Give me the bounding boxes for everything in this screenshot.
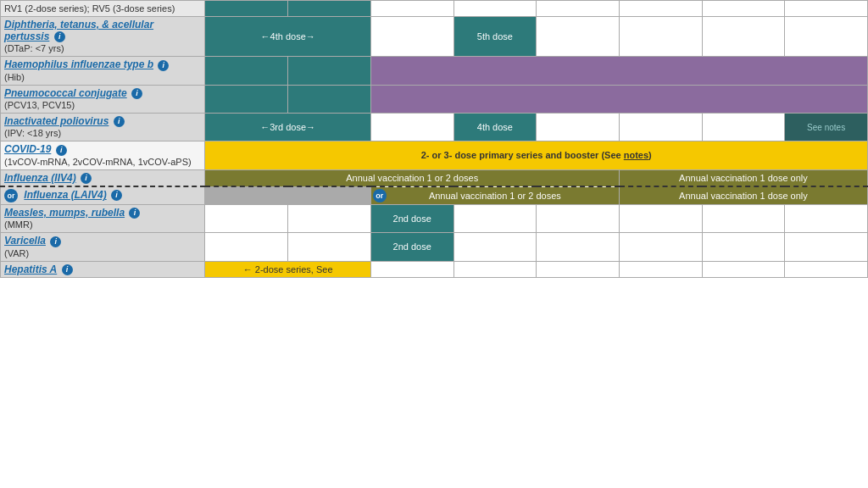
vaccine-sub-pcv: (PCV13, PCV15) [4, 100, 75, 110]
iiv4-annual1: Annual vaccination 1 or 2 doses [205, 169, 619, 186]
var-col5 [537, 233, 620, 261]
info-icon-dtap[interactable]: i [54, 31, 65, 42]
vaccine-cell-ipv: Inactivated poliovirus i (IPV: <18 yrs) [1, 113, 205, 141]
info-icon-mmr[interactable]: i [129, 208, 140, 219]
or-badge-laiv4: or [4, 189, 18, 202]
vaccine-cell-iiv4: Influenza (IIV4) i [1, 169, 205, 186]
row-covid: COVID-19 i (1vCOV-mRNA, 2vCOV-mRNA, 1vCO… [1, 141, 868, 169]
or-badge-mid: or [373, 189, 387, 202]
vaccine-sub-var: (VAR) [4, 248, 29, 258]
hepa-col5 [537, 261, 620, 277]
mmr-col2 [288, 204, 371, 232]
ipv-col4: 4th dose [453, 113, 537, 141]
pcv-col2 [288, 85, 371, 113]
vaccine-link-ipv[interactable]: Inactivated poliovirus [4, 115, 108, 127]
vaccine-link-var[interactable]: Varicella [4, 235, 46, 247]
ipv-col1: ←3rd dose→ [205, 113, 370, 141]
hepa-col6 [619, 261, 702, 277]
hepa-col3 [370, 261, 453, 277]
iiv4-annual2: Annual vaccination 1 dose only [619, 169, 867, 186]
vaccine-cell-hib: Haemophilus influenzae type b i (Hib) [1, 57, 205, 85]
dtap-col4: 5th dose [453, 17, 537, 57]
vaccine-cell-laiv4: or Influenza (LAIV4) i [1, 186, 205, 205]
hepa-col7 [702, 261, 785, 277]
rv-col5 [537, 1, 620, 17]
vaccine-sub-mmr: (MMR) [4, 219, 33, 230]
laiv4-col2 [288, 186, 371, 205]
var-col4 [453, 233, 537, 261]
hepa-col8 [785, 261, 868, 277]
info-icon-laiv4[interactable]: i [111, 190, 122, 201]
hib-col1 [205, 57, 288, 85]
vaccine-link-hepa[interactable]: Hepatitis A [4, 263, 57, 275]
info-icon-covid[interactable]: i [56, 145, 67, 156]
vaccine-link-iiv4[interactable]: Influenza (IIV4) [4, 172, 76, 184]
vaccine-cell-var: Varicella i (VAR) [1, 233, 205, 261]
rv-col2 [288, 1, 371, 17]
laiv4-annual2: Annual vaccination 1 dose only [619, 186, 867, 205]
rv-col6 [619, 1, 702, 17]
var-col7 [702, 233, 785, 261]
mmr-dose2: 2nd dose [370, 204, 453, 232]
var-col2 [288, 233, 371, 261]
var-col6 [619, 233, 702, 261]
ipv-col3 [370, 113, 453, 141]
vaccine-link-hib[interactable]: Haemophilus influenzae type b [4, 58, 153, 70]
hepa-series: ← 2-dose series, See [205, 261, 370, 277]
dtap-col8 [785, 17, 868, 57]
laiv4-annual1-text: Annual vaccination 1 or 2 doses [429, 191, 561, 201]
ipv-col6 [619, 113, 702, 141]
pcv-col3 [370, 85, 867, 113]
row-dtap: Diphtheria, tetanus, & acellular pertuss… [1, 17, 868, 57]
dtap-col1: ←4th dose→ [205, 17, 370, 57]
info-icon-pcv[interactable]: i [131, 88, 142, 99]
mmr-col5 [537, 204, 620, 232]
mmr-col8 [785, 204, 868, 232]
mmr-col1 [205, 204, 288, 232]
info-icon-hepa[interactable]: i [62, 264, 73, 275]
rv-col7 [702, 1, 785, 17]
vaccine-cell-pcv: Pneumococcal conjugate i (PCV13, PCV15) [1, 85, 205, 113]
vaccine-link-covid[interactable]: COVID-19 [4, 143, 51, 155]
vaccine-link-dtap[interactable]: Diphtheria, tetanus, & acellular pertuss… [4, 19, 153, 42]
pcv-col1 [205, 85, 288, 113]
rv-col3 [370, 1, 453, 17]
dtap-col5 [537, 17, 620, 57]
info-icon-hib[interactable]: i [158, 60, 169, 71]
covid-series-text: 2- or 3- dose primary series and booster… [421, 150, 652, 160]
row-hib: Haemophilus influenzae type b i (Hib) [1, 57, 868, 85]
vaccine-link-laiv4[interactable]: Influenza (LAIV4) [24, 189, 106, 201]
var-col1 [205, 233, 288, 261]
mmr-col7 [702, 204, 785, 232]
ipv-col5 [537, 113, 620, 141]
info-icon-iiv4[interactable]: i [81, 173, 92, 184]
covid-notes-link[interactable]: notes [624, 150, 648, 160]
hib-col2 [288, 57, 371, 85]
vaccine-cell-rv: RV1 (2-dose series); RV5 (3-dose series) [1, 1, 205, 17]
row-mmr: Measles, mumps, rubella i (MMR) 2nd dose [1, 204, 868, 232]
row-hepa: Hepatitis A i ← 2-dose series, See [1, 261, 868, 277]
dtap-col7 [702, 17, 785, 57]
var-dose2: 2nd dose [370, 233, 453, 261]
vaccine-link-mmr[interactable]: Measles, mumps, rubella [4, 207, 125, 219]
vaccine-link-pcv[interactable]: Pneumococcal conjugate [4, 87, 127, 99]
rv-col8 [785, 1, 868, 17]
vaccine-sub-ipv: (IPV: <18 yrs) [4, 128, 61, 138]
vaccine-sub-dtap: (DTaP: <7 yrs) [4, 43, 64, 53]
dtap-col6 [619, 17, 702, 57]
vaccine-cell-dtap: Diphtheria, tetanus, & acellular pertuss… [1, 17, 205, 57]
hib-col3 [370, 57, 867, 85]
row-iiv4: Influenza (IIV4) i Annual vaccination 1 … [1, 169, 868, 186]
ipv-col7 [702, 113, 785, 141]
row-pcv: Pneumococcal conjugate i (PCV13, PCV15) [1, 85, 868, 113]
vaccine-cell-mmr: Measles, mumps, rubella i (MMR) [1, 204, 205, 232]
mmr-col6 [619, 204, 702, 232]
row-rv: RV1 (2-dose series); RV5 (3-dose series) [1, 1, 868, 17]
info-icon-ipv[interactable]: i [114, 116, 125, 127]
laiv4-col1 [205, 186, 288, 205]
rv-col4 [453, 1, 537, 17]
rv-col1 [205, 1, 288, 17]
vaccine-sub-covid: (1vCOV-mRNA, 2vCOV-mRNA, 1vCOV-aPS) [4, 157, 192, 167]
laiv4-annual1: or Annual vaccination 1 or 2 doses [370, 186, 619, 205]
info-icon-var[interactable]: i [50, 236, 61, 247]
